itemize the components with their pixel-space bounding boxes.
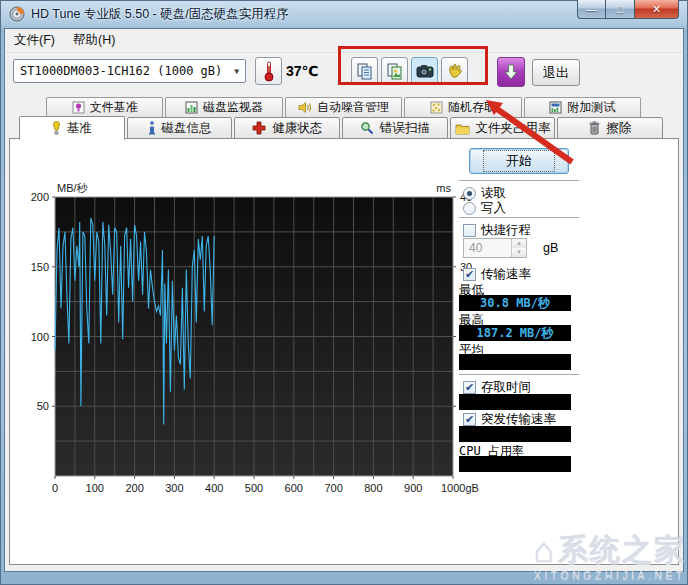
tab-file-benchmark[interactable]: 文件基准 [46, 97, 163, 117]
svg-text:100: 100 [31, 331, 49, 343]
shortstroke-row[interactable]: 快捷行程 [463, 222, 531, 239]
temperature-value: 37℃ [286, 63, 319, 79]
divider [459, 217, 579, 218]
transfer-rate-label: 传输速率 [481, 266, 531, 283]
shortstroke-size-value: 40 [464, 241, 511, 255]
exit-button[interactable]: 退出 [532, 59, 580, 86]
write-radio-label: 写入 [481, 200, 506, 217]
svg-text:500: 500 [245, 482, 263, 494]
tab-error-scan[interactable]: 错误扫描 [342, 117, 448, 139]
tab-folder-usage[interactable]: 文件夹占用率 [450, 117, 556, 139]
svg-text:150: 150 [31, 261, 49, 273]
tabs-main-row: 基准 磁盘信息 健康状态 错误扫描 [19, 117, 665, 139]
start-button-label: 开始 [483, 150, 555, 172]
access-time-value [459, 394, 571, 410]
close-icon: ✕ [652, 3, 661, 16]
toolbar: ST1000DM003-1CH162 (1000 gB) ▼ 37℃ [5, 54, 683, 96]
svg-text:200: 200 [31, 191, 49, 203]
read-radio[interactable] [463, 187, 476, 200]
tab-random-access[interactable]: 随机存取 [404, 97, 521, 117]
shortstroke-unit: gB [543, 241, 558, 255]
shortstroke-checkbox[interactable] [463, 224, 476, 237]
minimize-button[interactable]: — [577, 0, 606, 19]
svg-text:800: 800 [364, 482, 382, 494]
exit-button-label: 退出 [543, 64, 569, 82]
divider [459, 180, 579, 181]
error-scan-icon [360, 121, 374, 135]
tab-label: 擦除 [606, 120, 631, 137]
tab-extra-tests[interactable]: 附加测试 [524, 97, 641, 117]
svg-text:900: 900 [404, 482, 422, 494]
tab-label: 基准 [67, 120, 92, 137]
burst-rate-value [459, 426, 571, 442]
tab-label: 文件基准 [90, 99, 138, 116]
tab-disk-info[interactable]: 磁盘信息 [127, 117, 233, 139]
transfer-rate-checkbox[interactable]: ✔ [463, 268, 476, 281]
svg-text:100: 100 [86, 482, 104, 494]
download-arrow-icon [503, 63, 519, 81]
tab-label: 附加测试 [567, 99, 615, 116]
access-time-checkbox[interactable]: ✔ [463, 381, 476, 394]
tab-noise-management[interactable]: 自动噪音管理 [285, 97, 402, 117]
disk-info-icon [148, 121, 156, 135]
thermometer-icon [263, 60, 275, 82]
tab-label: 磁盘信息 [162, 120, 212, 137]
client-area: 文件(F) 帮助(H) ST1000DM003-1CH162 (1000 gB)… [4, 28, 684, 572]
svg-text:1000gB: 1000gB [441, 482, 479, 494]
tab-label: 自动噪音管理 [317, 99, 389, 116]
drive-select-dropdown[interactable]: ST1000DM003-1CH162 (1000 gB) ▼ [13, 59, 246, 83]
noise-management-icon [298, 101, 312, 114]
spin-down-icon[interactable]: ▼ [512, 248, 526, 257]
health-cross-icon [252, 121, 266, 135]
copy-text-button[interactable] [351, 57, 378, 85]
screenshot-button[interactable] [411, 57, 438, 85]
extra-tests-icon [549, 101, 562, 114]
close-button[interactable]: ✕ [634, 0, 679, 19]
tab-label: 健康状态 [272, 120, 322, 137]
window-title: HD Tune 专业版 5.50 - 硬盘/固态硬盘实用程序 [31, 6, 289, 23]
save-gallery-button[interactable] [441, 57, 468, 85]
maximize-button[interactable]: □ [606, 0, 634, 19]
shortstroke-label: 快捷行程 [481, 222, 531, 239]
menu-file[interactable]: 文件(F) [5, 29, 64, 52]
app-window: HD Tune 专业版 5.50 - 硬盘/固态硬盘实用程序 — □ ✕ 文件(… [0, 0, 688, 585]
cpu-usage-value [459, 456, 571, 472]
svg-text:200: 200 [125, 482, 143, 494]
start-button[interactable]: 开始 [469, 148, 569, 174]
svg-text:MB/秒: MB/秒 [57, 182, 89, 194]
erase-trash-icon [589, 121, 600, 135]
menu-bar: 文件(F) 帮助(H) [5, 29, 683, 53]
maximize-icon: □ [617, 3, 624, 15]
copy-image-button[interactable] [381, 57, 408, 85]
write-radio-row[interactable]: 写入 [463, 200, 506, 217]
check-icon: ✔ [465, 414, 474, 425]
svg-text:600: 600 [285, 482, 303, 494]
check-icon: ✔ [465, 269, 474, 280]
benchmark-icon [52, 121, 61, 135]
spin-up-icon[interactable]: ▲ [512, 239, 526, 248]
divider [459, 374, 579, 375]
min-value: 30.8 MB/秒 [459, 295, 571, 311]
tab-benchmark[interactable]: 基准 [19, 116, 125, 140]
folder-usage-icon [455, 122, 470, 135]
tab-label: 文件夹占用率 [476, 120, 551, 137]
benchmark-chart: 01002003004005006007008009001000gB501001… [27, 179, 487, 501]
tab-erase[interactable]: 擦除 [557, 117, 663, 139]
menu-help[interactable]: 帮助(H) [64, 29, 124, 52]
avg-value [459, 354, 571, 370]
tab-disk-monitor[interactable]: 磁盘监视器 [165, 97, 282, 117]
svg-text:50: 50 [37, 400, 49, 412]
transfer-rate-row[interactable]: ✔ 传输速率 [463, 266, 531, 283]
tab-health[interactable]: 健康状态 [234, 117, 340, 139]
temperature-button[interactable] [255, 57, 282, 85]
copy-image-icon [386, 62, 404, 80]
svg-text:300: 300 [165, 482, 183, 494]
update-download-button[interactable] [497, 57, 525, 87]
app-icon [9, 6, 25, 22]
write-radio[interactable] [463, 202, 476, 215]
check-icon: ✔ [465, 382, 474, 393]
random-access-icon [430, 101, 443, 114]
shortstroke-size-stepper[interactable]: 40 ▲ ▼ [463, 238, 527, 258]
burst-rate-checkbox[interactable]: ✔ [463, 413, 476, 426]
svg-text:0: 0 [52, 482, 58, 494]
